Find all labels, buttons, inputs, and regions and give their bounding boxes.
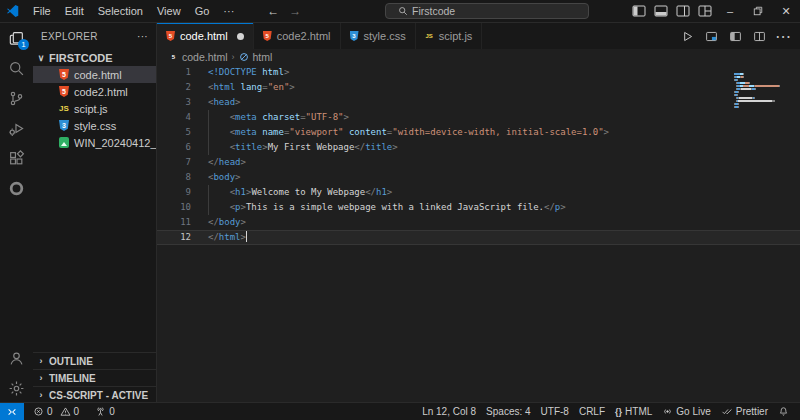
file-type-html-icon: 5 — [59, 69, 69, 80]
code-line-content: </head> — [200, 155, 246, 170]
file-type-image-icon — [59, 137, 69, 148]
file-item[interactable]: 5code2.html — [33, 83, 156, 100]
minimap-line — [734, 95, 790, 97]
line-number: 6 — [157, 140, 200, 155]
run-button[interactable] — [678, 27, 696, 45]
toggle-primary-sidebar-icon[interactable] — [628, 0, 650, 22]
code-line[interactable]: 12</html> — [157, 230, 800, 245]
nav-back-button[interactable]: ← — [267, 4, 279, 18]
breadcrumb-file[interactable]: code.html — [182, 51, 228, 63]
edge-devtools-icon[interactable] — [0, 173, 33, 203]
section-label: CS-SCRIPT - ACTIVE — [49, 390, 148, 401]
file-item[interactable]: 3style.css — [33, 117, 156, 134]
file-name: code.html — [74, 69, 122, 81]
menu-file[interactable]: File — [26, 5, 58, 17]
text-cursor — [246, 231, 247, 242]
eol-sequence[interactable]: CRLF — [574, 403, 610, 420]
file-name: code2.html — [74, 86, 128, 98]
open-preview-side-button[interactable] — [702, 27, 720, 45]
code-line[interactable]: 1<!DOCTYPE html> — [157, 65, 800, 80]
settings-gear-icon[interactable] — [0, 373, 33, 403]
code-line[interactable]: 10 <p>This is a simple webpage with a li… — [157, 200, 800, 215]
menu-bar: FileEditSelectionViewGo··· — [26, 5, 241, 17]
file-item[interactable]: JSscipt.js — [33, 100, 156, 117]
search-sidebar-icon[interactable] — [0, 53, 33, 83]
file-item[interactable]: 5code.html — [33, 66, 156, 83]
extensions-icon[interactable] — [0, 143, 33, 173]
restore-button[interactable] — [744, 0, 772, 22]
split-editor-button[interactable] — [750, 27, 768, 45]
menu-view[interactable]: View — [150, 5, 188, 17]
explorer-more-actions-icon[interactable]: ··· — [137, 31, 148, 42]
warning-icon — [60, 406, 71, 417]
minimap-line — [734, 68, 790, 70]
tab-code2-html[interactable]: 5code2.html — [254, 23, 341, 49]
tab-code-html[interactable]: 5code.html — [157, 23, 254, 49]
menu-selection[interactable]: Selection — [91, 5, 150, 17]
file-item[interactable]: WIN_20240412_0... — [33, 134, 156, 151]
code-line[interactable]: 7</head> — [157, 155, 800, 170]
explorer-icon[interactable]: 1 — [0, 23, 33, 53]
code-line[interactable]: 3<head> — [157, 95, 800, 110]
editor-more-actions-button[interactable]: ⋯ — [774, 27, 792, 45]
go-live-button[interactable]: Go Live — [657, 403, 715, 420]
code-line-content: <html lang="en"> — [200, 80, 295, 95]
split-editor-down-button[interactable] — [726, 27, 744, 45]
minimize-button[interactable]: – — [716, 0, 744, 22]
indentation[interactable]: Spaces: 4 — [481, 403, 535, 420]
breadcrumb-separator: › — [232, 52, 235, 62]
code-line[interactable]: 2<html lang="en"> — [157, 80, 800, 95]
remote-indicator[interactable] — [0, 403, 24, 420]
code-line[interactable]: 8<body> — [157, 170, 800, 185]
language-mode[interactable]: {} HTML — [610, 403, 657, 420]
breadcrumb-symbol[interactable]: html — [253, 51, 273, 63]
chevron-right-icon: › — [36, 390, 46, 400]
tab-style-css[interactable]: 3style.css — [341, 23, 416, 49]
tab-label: code2.html — [277, 30, 331, 42]
command-center-search[interactable]: Firstcode — [385, 3, 589, 19]
minimap[interactable] — [734, 68, 790, 104]
explorer-title: EXPLORER — [41, 31, 98, 42]
code-line[interactable]: 5 <meta name="viewport" content="width=d… — [157, 125, 800, 140]
sidebar-section-outline[interactable]: ›OUTLINE — [33, 352, 156, 369]
nav-forward-button[interactable]: → — [289, 4, 301, 18]
prettier-button[interactable]: Prettier — [716, 403, 773, 420]
code-line[interactable]: 11</body> — [157, 215, 800, 230]
file-type-js-icon: JS — [59, 103, 69, 114]
folder-firstcode[interactable]: ∨ FIRSTCODE — [33, 49, 156, 66]
tab-scipt-js[interactable]: JSscipt.js — [416, 23, 483, 49]
customize-layout-icon[interactable] — [694, 0, 716, 22]
code-line[interactable]: 4 <meta charset="UTF-8"> — [157, 110, 800, 125]
code-line[interactable]: 6 <title>My First Webpage</title> — [157, 140, 800, 155]
breadcrumb[interactable]: 5 code.html › html — [157, 49, 800, 64]
file-name: style.css — [74, 120, 116, 132]
problems-indicator[interactable]: 0 0 — [28, 403, 84, 420]
menu-go[interactable]: Go — [188, 5, 217, 17]
minimap-line — [734, 77, 790, 79]
toggle-panel-icon[interactable] — [650, 0, 672, 22]
minimap-line — [734, 92, 790, 94]
toggle-secondary-sidebar-icon[interactable] — [672, 0, 694, 22]
line-number: 8 — [157, 170, 200, 185]
code-line-content: <!DOCTYPE html> — [200, 65, 289, 80]
search-text: Firstcode — [412, 5, 455, 17]
broadcast-icon — [662, 406, 673, 417]
file-type-css-icon: 3 — [59, 120, 69, 131]
account-icon[interactable] — [0, 343, 33, 373]
menu-[interactable]: ··· — [216, 5, 241, 17]
notifications-bell-icon[interactable] — [773, 403, 794, 420]
cursor-position[interactable]: Ln 12, Col 8 — [417, 403, 481, 420]
menu-edit[interactable]: Edit — [58, 5, 91, 17]
line-number: 3 — [157, 95, 200, 110]
close-window-button[interactable]: ✕ — [772, 0, 800, 22]
encoding[interactable]: UTF-8 — [536, 403, 574, 420]
code-line-content: <p>This is a simple webpage with a linke… — [200, 200, 566, 215]
ports-indicator[interactable]: 0 — [90, 403, 120, 420]
source-control-icon[interactable] — [0, 83, 33, 113]
line-number: 12 — [157, 230, 200, 245]
run-debug-icon[interactable] — [0, 113, 33, 143]
code-editor[interactable]: 1<!DOCTYPE html>2<html lang="en">3<head>… — [157, 64, 800, 403]
sidebar-section-timeline[interactable]: ›TIMELINE — [33, 369, 156, 386]
sidebar-section-csscriptactive[interactable]: ›CS-SCRIPT - ACTIVE — [33, 386, 156, 403]
code-line[interactable]: 9 <h1>Welcome to My Webpage</h1> — [157, 185, 800, 200]
